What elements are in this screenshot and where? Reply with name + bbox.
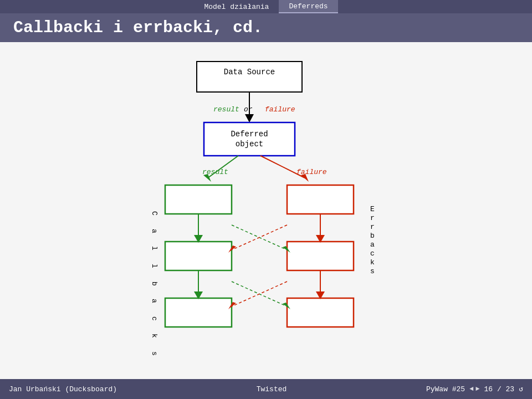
tab-deferreds[interactable]: Deferreds <box>279 0 337 13</box>
svg-text:or: or <box>244 105 253 114</box>
svg-text:E
        r
        r
        : E r r b a c k s <box>370 205 379 275</box>
footer-center: Twisted <box>257 385 287 393</box>
main-svg: Data Source result or failure Deferred o… <box>111 53 421 386</box>
title-area: Callbacki i errbacki, cd. <box>0 13 532 42</box>
footer-right: PyWaw #25 ◄ ► 16 / 23 ↺ <box>426 385 523 393</box>
svg-marker-3 <box>245 114 254 122</box>
svg-rect-23 <box>287 298 354 327</box>
nav-prev[interactable]: ◄ <box>469 385 473 393</box>
tab-model[interactable]: Model działania <box>194 0 279 13</box>
svg-text:C
        a
        l
        : C a l l b a c k s <box>150 211 158 356</box>
svg-text:failure: failure <box>265 105 295 114</box>
diagram: Data Source result or failure Deferred o… <box>0 42 532 379</box>
nav-icons: ↺ <box>519 385 523 393</box>
svg-text:result: result <box>202 168 228 176</box>
footer-left: Jan Urbański (Ducksboard) <box>9 385 117 393</box>
svg-text:Deferred: Deferred <box>231 130 268 139</box>
svg-rect-20 <box>165 298 232 327</box>
svg-text:result: result <box>213 105 239 114</box>
slide-title: Callbacki i errbacki, cd. <box>13 18 263 37</box>
svg-rect-22 <box>287 242 354 270</box>
svg-rect-7 <box>204 122 295 156</box>
svg-text:object: object <box>236 140 263 149</box>
svg-rect-0 <box>197 62 302 92</box>
svg-rect-21 <box>287 185 354 214</box>
content-area: Data Source result or failure Deferred o… <box>0 42 532 379</box>
svg-rect-19 <box>165 242 232 270</box>
nav-bar: Model działania Deferreds <box>0 0 532 13</box>
svg-text:Data Source: Data Source <box>224 68 275 76</box>
svg-rect-18 <box>165 185 232 214</box>
svg-text:failure: failure <box>296 168 327 176</box>
nav-next[interactable]: ► <box>475 385 479 393</box>
nav-arrows: ◄ ► <box>469 385 479 393</box>
bottom-bar: Jan Urbański (Ducksboard) Twisted PyWaw … <box>0 379 532 399</box>
